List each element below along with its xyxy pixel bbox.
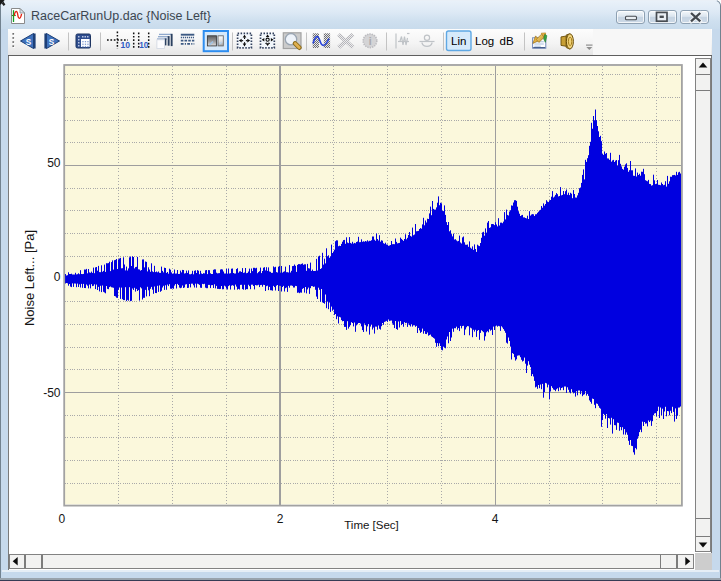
svg-text:0: 0: [58, 512, 65, 526]
svg-text:Log: Log: [475, 35, 494, 47]
svg-text:S: S: [26, 38, 32, 47]
svg-text:2: 2: [277, 512, 284, 526]
svg-text:10: 10: [139, 41, 149, 50]
svg-text:Noise Left... [Pa]: Noise Left... [Pa]: [22, 230, 37, 326]
svg-text:Time [Sec]: Time [Sec]: [344, 519, 399, 531]
svg-text:dB: dB: [500, 35, 514, 47]
svg-text:-50: -50: [43, 386, 61, 400]
svg-text:S: S: [49, 38, 55, 47]
svg-text:4: 4: [492, 512, 499, 526]
svg-text:50: 50: [47, 156, 61, 170]
svg-text:0: 0: [54, 270, 61, 284]
svg-text:Lin: Lin: [451, 35, 466, 47]
svg-text:10: 10: [121, 40, 131, 50]
svg-text:i: i: [369, 35, 372, 47]
